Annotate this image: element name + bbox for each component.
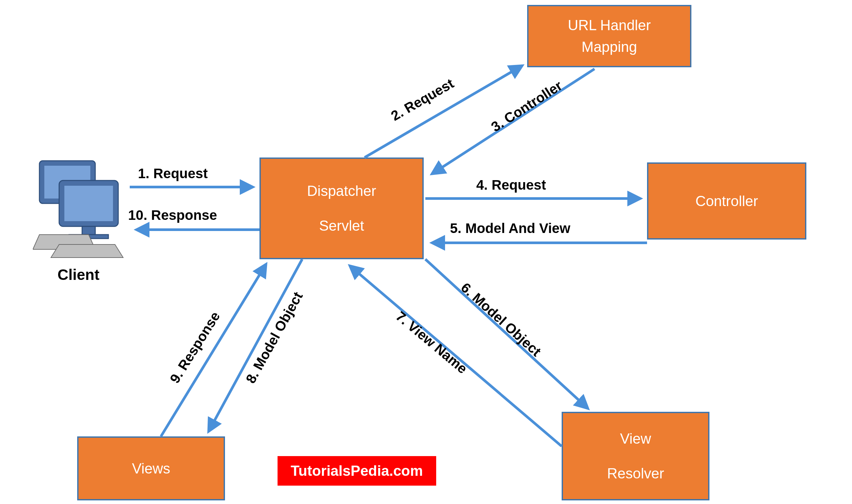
view-resolver-text-1: View: [620, 428, 651, 450]
svg-rect-4: [82, 227, 95, 235]
controller-box: Controller: [647, 162, 806, 239]
client-label: Client: [57, 266, 100, 284]
controller-text: Controller: [695, 190, 758, 212]
svg-rect-3: [64, 186, 113, 221]
label-4-request: 4. Request: [476, 177, 546, 193]
dispatcher-servlet-box: Dispatcher Servlet: [260, 158, 424, 259]
url-handler-text-2: Mapping: [582, 36, 637, 58]
dispatcher-text-1: Dispatcher: [307, 180, 376, 202]
diagram-canvas: Client URL Handler Mapping Dispatcher Se…: [0, 0, 852, 504]
label-9-response: 9. Response: [167, 309, 223, 386]
views-box: Views: [77, 436, 225, 500]
url-handler-mapping-box: URL Handler Mapping: [527, 5, 691, 67]
label-10-response: 10. Response: [128, 208, 217, 223]
svg-line-18: [161, 264, 266, 436]
label-8-model-object: 8. Model Object: [243, 289, 306, 386]
svg-marker-7: [51, 245, 123, 257]
svg-line-17: [209, 259, 302, 431]
views-text: Views: [132, 458, 171, 480]
view-resolver-text-2: Resolver: [607, 463, 664, 484]
url-handler-text-1: URL Handler: [568, 15, 651, 36]
label-1-request: 1. Request: [138, 166, 208, 181]
label-2-request: 2. Request: [388, 75, 456, 124]
label-3-controller: 3. Controller: [488, 78, 565, 135]
dispatcher-text-2: Servlet: [319, 215, 364, 237]
label-7-view-name: 7. View Name: [393, 308, 470, 377]
view-resolver-box: View Resolver: [562, 412, 710, 500]
label-5-model-and-view: 5. Model And View: [450, 220, 570, 236]
client-icon: [33, 154, 128, 259]
label-6-model-object: 6. Model Object: [458, 280, 544, 359]
watermark: TutorialsPedia.com: [278, 456, 436, 486]
